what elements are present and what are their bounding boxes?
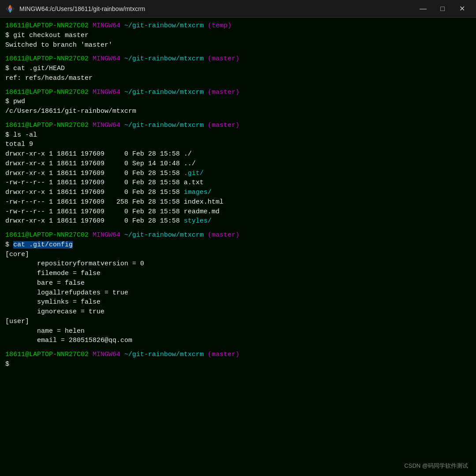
output-line: [core] — [5, 250, 471, 260]
prompt-line: 18611@LAPTOP-NNR27C02 MINGW64 ~/git-rain… — [5, 54, 471, 64]
prompt-shell: MINGW64 — [93, 22, 120, 30]
prompt-line: 18611@LAPTOP-NNR27C02 MINGW64 ~/git-rain… — [5, 21, 471, 31]
prompt-shell: MINGW64 — [93, 122, 120, 129]
ls-row: drwxr-xr-x 1 18611 197609 0 Feb 28 15:58… — [5, 188, 471, 197]
prompt-path: ~/git-rainbow/mtxcrm — [124, 22, 204, 30]
prompt-user: 18611@LAPTOP-NNR27C02 — [5, 89, 89, 96]
prompt-branch: (master) — [208, 351, 239, 358]
output-line: Switched to branch 'master' — [5, 41, 471, 50]
empty-line — [5, 226, 471, 231]
prompt-branch: (master) — [208, 231, 239, 239]
prompt-branch: (master) — [208, 55, 239, 63]
output-line: symlinks = false — [5, 298, 471, 307]
prompt-line: 18611@LAPTOP-NNR27C02 MINGW64 ~/git-rain… — [5, 88, 471, 97]
command-line: $ — [5, 360, 471, 369]
close-button[interactable]: ✕ — [453, 2, 471, 15]
maximize-button[interactable]: □ — [434, 2, 451, 15]
prompt-path: ~/git-rainbow/mtxcrm — [124, 55, 204, 63]
empty-line — [5, 50, 471, 54]
ls-row: drwxr-xr-x 1 18611 197609 0 Feb 28 15:58… — [5, 216, 471, 226]
prompt-user: 18611@LAPTOP-NNR27C02 — [5, 22, 89, 30]
prompt-line: 18611@LAPTOP-NNR27C02 MINGW64 ~/git-rain… — [5, 231, 471, 240]
command-line-highlight: $ cat .git/config — [5, 240, 471, 250]
app-icon — [5, 4, 15, 14]
prompt-path: ~/git-rainbow/mtxcrm — [124, 89, 204, 96]
empty-line — [5, 83, 471, 88]
output-line: [user] — [5, 317, 471, 327]
output-line: bare = false — [5, 279, 471, 288]
output-line: repositoryformatversion = 0 — [5, 259, 471, 269]
minimize-button[interactable]: — — [414, 2, 432, 15]
prompt-path: ~/git-rainbow/mtxcrm — [124, 351, 204, 358]
output-line: email = 280515826@qq.com — [5, 336, 471, 346]
terminal-output[interactable]: 18611@LAPTOP-NNR27C02 MINGW64 ~/git-rain… — [0, 18, 476, 476]
prompt-path: ~/git-rainbow/mtxcrm — [124, 231, 204, 239]
titlebar: MINGW64:/c/Users/18611/git-rainbow/mtxcr… — [0, 0, 476, 18]
watermark: CSDN @码同学软件测试 — [404, 462, 468, 470]
ls-row: -rw-r--r-- 1 18611 197609 0 Feb 28 15:58… — [5, 207, 471, 217]
window-title: MINGW64:/c/Users/18611/git-rainbow/mtxcr… — [19, 5, 414, 12]
output-line: filemode = false — [5, 269, 471, 279]
prompt-shell: MINGW64 — [93, 351, 120, 358]
terminal-lines: 18611@LAPTOP-NNR27C02 MINGW64 ~/git-rain… — [5, 21, 471, 369]
command-line: $ git checkout master — [5, 31, 471, 41]
output-line: /c/Users/18611/git-rainbow/mtxcrm — [5, 107, 471, 116]
ls-row: -rw-r--r-- 1 18611 197609 258 Feb 28 15:… — [5, 197, 471, 207]
command-line: $ cat .git/HEAD — [5, 64, 471, 74]
prompt-branch: (master) — [208, 122, 239, 129]
prompt-shell: MINGW64 — [93, 55, 120, 63]
ls-row: drwxr-xr-x 1 18611 197609 0 Feb 28 15:58… — [5, 169, 471, 178]
prompt-path: ~/git-rainbow/mtxcrm — [124, 122, 204, 129]
prompt-user: 18611@LAPTOP-NNR27C02 — [5, 231, 89, 239]
window-controls: — □ ✕ — [414, 2, 471, 15]
prompt-line: 18611@LAPTOP-NNR27C02 MINGW64 ~/git-rain… — [5, 350, 471, 360]
ls-row: drwxr-xr-x 1 18611 197609 0 Feb 28 15:58… — [5, 149, 471, 159]
prompt-user: 18611@LAPTOP-NNR27C02 — [5, 122, 89, 129]
prompt-user: 18611@LAPTOP-NNR27C02 — [5, 55, 89, 63]
output-line: logallrefupdates = true — [5, 288, 471, 298]
empty-line — [5, 346, 471, 350]
output-line: ref: refs/heads/master — [5, 74, 471, 83]
prompt-shell: MINGW64 — [93, 231, 120, 239]
output-line: name = helen — [5, 327, 471, 336]
command-line: $ pwd — [5, 97, 471, 107]
empty-line — [5, 116, 471, 121]
output-line: total 9 — [5, 140, 471, 149]
prompt-branch: (master) — [208, 89, 239, 96]
prompt-shell: MINGW64 — [93, 89, 120, 96]
prompt-branch: (temp) — [208, 22, 231, 30]
command-line: $ ls -al — [5, 130, 471, 140]
prompt-user: 18611@LAPTOP-NNR27C02 — [5, 351, 89, 358]
ls-row: -rw-r--r-- 1 18611 197609 0 Feb 28 15:58… — [5, 178, 471, 188]
output-line: ignorecase = true — [5, 307, 471, 317]
prompt-line: 18611@LAPTOP-NNR27C02 MINGW64 ~/git-rain… — [5, 121, 471, 130]
ls-row: drwxr-xr-x 1 18611 197609 0 Sep 14 10:48… — [5, 159, 471, 169]
